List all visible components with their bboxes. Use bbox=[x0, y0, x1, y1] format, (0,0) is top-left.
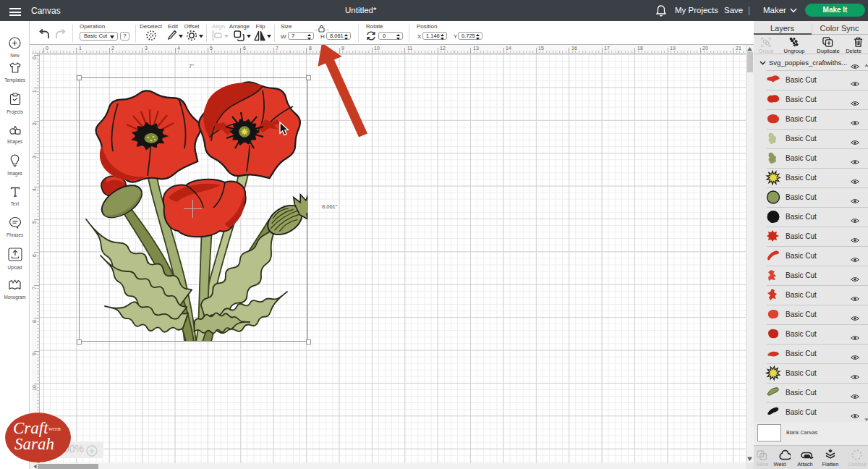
svg-text:D: D bbox=[762, 454, 765, 458]
